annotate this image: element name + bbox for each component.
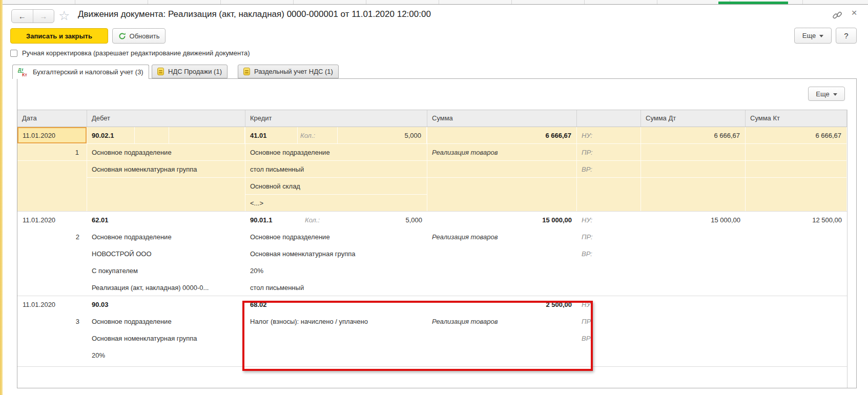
col-sum-dt: 15 000,00	[641, 212, 746, 296]
table-more-button[interactable]: Еще	[808, 87, 845, 101]
col-header-date[interactable]: Дата	[17, 110, 87, 127]
col-header-tax[interactable]	[577, 110, 641, 127]
close-icon[interactable]: ×	[849, 7, 860, 18]
col-date: 11.01.20203	[17, 296, 87, 366]
col-credit: 41.01Кол.:5,000Основное подразделениесто…	[245, 127, 427, 211]
active-tab-indicator	[718, 2, 788, 4]
more-label: Еще	[816, 90, 829, 98]
dt-kt-icon: Дт Кт	[18, 67, 29, 77]
table-header: Дата Дебет Кредит Сумма Сумма Дт Сумма К…	[17, 110, 847, 127]
more-label: Еще	[802, 32, 816, 39]
cell-date[interactable]: 11.01.2020	[17, 127, 87, 144]
qty-label: Кол.:	[302, 212, 345, 228]
cell-debit-account[interactable]: 90.02.1	[87, 127, 245, 144]
col-header-sum-dt[interactable]: Сумма Дт	[641, 110, 746, 127]
col-amount: 2 500,00Реализация товаров	[427, 296, 577, 366]
debit-subconto: Реализация (акт, накладная) 0000-0...	[87, 279, 245, 296]
sum-dt-value	[641, 296, 746, 313]
empty-cell	[746, 144, 846, 161]
debit-account: 90.03	[87, 296, 139, 313]
credit-account: 68.02	[245, 296, 302, 313]
col-debit: 90.02.1Основное подразделениеОсновная но…	[87, 127, 245, 211]
tab-label: Бухгалтерский и налоговый учет (3)	[33, 68, 143, 76]
tax-label: ВР:	[577, 330, 641, 347]
col-tax: НУ:ПР:ВР:	[577, 212, 641, 296]
credit-account: 41.01	[245, 127, 298, 143]
cell-debit-account[interactable]: 90.03	[87, 296, 245, 313]
col-header-sum-kt[interactable]: Сумма Кт	[746, 110, 847, 127]
cell-credit-account[interactable]: 68.02	[245, 296, 427, 313]
cell-credit-account[interactable]: 41.01Кол.:5,000	[245, 127, 427, 144]
favorite-star-icon[interactable]: ☆	[58, 8, 70, 23]
sum-kt-value: 12 500,00	[746, 212, 847, 228]
debit-extra-cell	[135, 127, 169, 143]
manual-adjustment-checkbox[interactable]	[10, 50, 17, 57]
table-row[interactable]: 11.01.2020262.01Основное подразделениеНО…	[17, 212, 847, 296]
credit-subconto: стол письменный	[245, 279, 427, 296]
col-sum-dt: 6 666,67	[641, 127, 746, 211]
cell-credit-account[interactable]: 90.01.1Кол.:5,000	[245, 212, 427, 228]
qty-label: Кол.:	[298, 127, 338, 143]
col-sum-dt	[641, 296, 746, 366]
empty-cell	[746, 228, 847, 245]
col-tax: НУ:ПР:ВР:	[577, 127, 641, 211]
col-header-credit[interactable]: Кредит	[245, 110, 427, 127]
qty-value	[345, 296, 427, 313]
tax-label: НУ:	[577, 127, 640, 144]
col-amount: 6 666,67Реализация товаров	[427, 127, 577, 211]
debit-extra-cell	[139, 212, 174, 228]
empty-cell	[641, 245, 746, 262]
get-link-icon[interactable]	[832, 10, 842, 20]
amount: 15 000,00	[427, 212, 577, 228]
tax-label: ПР:	[577, 228, 641, 245]
debit-subconto: НОВОСТРОЙ ООО	[87, 245, 245, 262]
col-sum-kt: 12 500,00	[746, 212, 847, 296]
empty-cell	[427, 330, 577, 347]
operation-comment: Реализация товаров	[427, 313, 577, 330]
credit-subconto: Основное подразделение	[245, 228, 427, 245]
save-and-close-button[interactable]: Записать и закрыть	[10, 28, 108, 44]
col-header-amount[interactable]: Сумма	[427, 110, 577, 127]
debit-subconto: Основная номенклатурная группа	[87, 161, 245, 178]
row-number: 2	[17, 228, 87, 245]
col-header-debit[interactable]: Дебет	[87, 110, 245, 127]
cell-debit-account[interactable]: 62.01	[87, 212, 245, 228]
cell-date[interactable]: 11.01.2020	[17, 296, 87, 313]
debit-account: 62.01	[87, 212, 139, 228]
empty-cell	[641, 144, 745, 161]
tab-accounting-tax[interactable]: Дт Кт Бухгалтерский и налоговый учет (3)	[12, 65, 149, 79]
debit-extra-cell	[139, 296, 174, 313]
table-row[interactable]: 11.01.2020390.03Основное подразделениеОс…	[17, 296, 847, 367]
back-button[interactable]: ←	[12, 10, 33, 23]
col-date: 11.01.20202	[17, 212, 87, 296]
debit-extra-cell	[174, 296, 245, 313]
empty-cell	[746, 313, 847, 330]
tab-label: Раздельный учет НДС (1)	[254, 68, 333, 75]
refresh-button[interactable]: Обновить	[112, 28, 166, 44]
nav-history-buttons: ← →	[11, 9, 54, 23]
tax-label: ПР:	[577, 144, 640, 161]
amount: 2 500,00	[427, 296, 577, 313]
credit-subconto: стол письменный	[245, 161, 427, 178]
tab-vat-sales[interactable]: НДС Продажи (1)	[152, 65, 228, 78]
col-debit: 62.01Основное подразделениеНОВОСТРОЙ ООО…	[87, 212, 245, 296]
row-number: 3	[17, 313, 87, 330]
empty-cell	[427, 161, 576, 178]
tab-separate-vat[interactable]: Раздельный учет НДС (1)	[238, 65, 339, 78]
credit-subconto: Налог (взносы): начислено / уплачено	[245, 313, 427, 330]
empty-cell	[746, 330, 847, 347]
cell-date[interactable]: 11.01.2020	[17, 212, 87, 228]
tax-label: ВР:	[577, 245, 641, 262]
tax-label: ПР:	[577, 313, 641, 330]
more-actions-button[interactable]: Еще	[794, 28, 832, 44]
debit-extra-cell	[169, 127, 245, 143]
forward-button[interactable]: →	[33, 10, 54, 23]
debit-account: 90.02.1	[87, 127, 135, 143]
help-button[interactable]: ?	[836, 28, 857, 44]
debit-subconto: Основное подразделение	[87, 228, 245, 245]
empty-cell	[746, 245, 847, 262]
col-tax: НУ:ПР:ВР:	[577, 296, 641, 366]
empty-cell	[641, 161, 745, 178]
table-row[interactable]: 11.01.2020190.02.1Основное подразделение…	[17, 127, 847, 212]
chevron-down-icon	[833, 93, 837, 96]
